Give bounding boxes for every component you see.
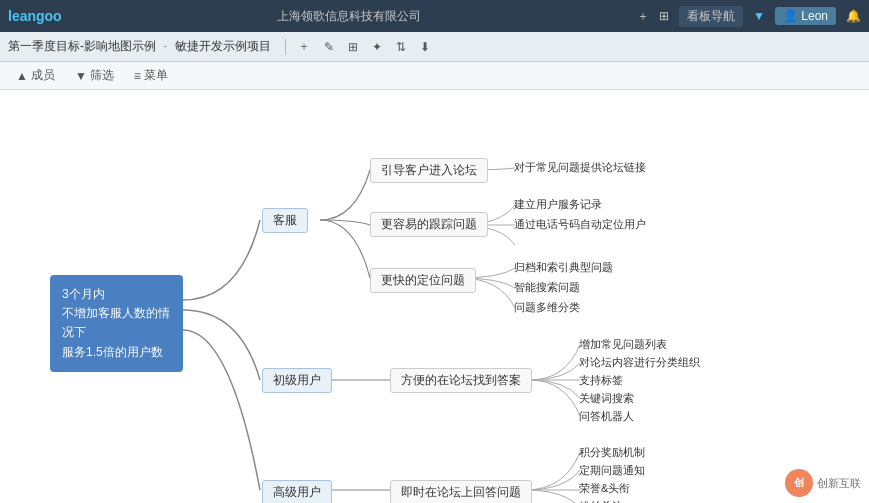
menu-label: 菜单 [144,67,168,84]
user-name: Leon [801,9,828,23]
filter-label: 筛选 [90,67,114,84]
leaf-8: 对论坛内容进行分类组织 [579,355,700,370]
toolbar-separator [285,39,286,55]
leaf-1: 对于常见问题提供论坛链接 [514,160,646,175]
top-bar: leangoo 上海领歌信息科技有限公司 ＋ ⊞ 看板导航 ▼ 👤 Leon 🔔 [0,0,869,32]
central-node[interactable]: 3个月内 不增加客服人数的情况下 服务1.5倍的用户数 [50,275,183,372]
watermark-logo: 创 [785,469,813,497]
top-bar-right: ＋ ⊞ 看板导航 ▼ 👤 Leon 🔔 [637,6,861,27]
filter-icon: ▼ [75,69,87,83]
central-line2: 不增加客服人数的情况下 [62,304,171,342]
top-bar-left: leangoo [8,8,62,24]
leaf-2: 建立用户服务记录 [514,197,602,212]
leaf-9: 支持标签 [579,373,623,388]
leaf-10: 关键词搜索 [579,391,634,406]
sub-fangbian-label: 方便的在论坛找到答案 [401,373,521,387]
sub-yindao-label: 引导客户进入论坛 [381,163,477,177]
members-icon: ▲ [16,69,28,83]
branch-chuji-label: 初级用户 [273,373,321,387]
leaf-7: 增加常见问题列表 [579,337,667,352]
sub-branch-jishi[interactable]: 即时在论坛上回答问题 [390,480,532,503]
sub-jishi-label: 即时在论坛上回答问题 [401,485,521,499]
members-label: 成员 [31,67,55,84]
leaf-15: 粉丝关注 [579,499,623,503]
toolbar2: ▲ 成员 ▼ 筛选 ≡ 菜单 [0,62,869,90]
project-subtitle: 敏捷开发示例项目 [175,39,271,53]
user-icon: 👤 [783,9,798,23]
branch-gaoji-label: 高级用户 [273,485,321,499]
project-title: 第一季度目标-影响地图示例 [8,39,156,53]
branch-kefu[interactable]: 客服 [262,208,308,233]
user-badge[interactable]: 👤 Leon [775,7,836,25]
members-button[interactable]: ▲ 成员 [8,65,63,86]
leaf-5: 智能搜索问题 [514,280,580,295]
bell-icon[interactable]: 🔔 [846,9,861,23]
leaf-13: 定期问题通知 [579,463,645,478]
main-canvas[interactable]: 3个月内 不增加客服人数的情况下 服务1.5倍的用户数 客服 引导客户进入论坛 … [0,90,869,503]
leaf-3: 通过电话号码自动定位用户 [514,217,646,232]
sub-branch-fangbian[interactable]: 方便的在论坛找到答案 [390,368,532,393]
sub-branch-dingwei[interactable]: 更快的定位问题 [370,268,476,293]
move-button[interactable]: ⇅ [390,38,412,56]
logo: leangoo [8,8,62,24]
menu-icon: ≡ [134,69,141,83]
delete-button[interactable]: ✦ [366,38,388,56]
menu-button[interactable]: ≡ 菜单 [126,65,176,86]
sub-branch-gengzong[interactable]: 更容易的跟踪问题 [370,212,488,237]
watermark-text: 创新互联 [817,476,861,491]
sub-dingwei-label: 更快的定位问题 [381,273,465,287]
watermark-logo-text: 创 [794,476,804,490]
export-button[interactable]: ⬇ [414,38,436,56]
top-center-text: 上海领歌信息科技有限公司 [277,8,421,25]
sub-branch-yindao[interactable]: 引导客户进入论坛 [370,158,488,183]
sub-gengzong-label: 更容易的跟踪问题 [381,217,477,231]
watermark: 创 创新互联 [785,469,861,497]
central-line3: 服务1.5倍的用户数 [62,343,171,362]
nav-label[interactable]: 看板导航 [679,6,743,27]
leaf-6: 问题多维分类 [514,300,580,315]
toolbar: 第一季度目标-影响地图示例 - 敏捷开发示例项目 ＋ ✎ ⊞ ✦ ⇅ ⬇ [0,32,869,62]
edit-button[interactable]: ✎ [318,38,340,56]
branch-kefu-label: 客服 [273,213,297,227]
leaf-12: 积分奖励机制 [579,445,645,460]
toolbar-title: 第一季度目标-影响地图示例 - 敏捷开发示例项目 [8,38,271,55]
branch-gaoji[interactable]: 高级用户 [262,480,332,503]
leaf-4: 归档和索引典型问题 [514,260,613,275]
branch-chuji[interactable]: 初级用户 [262,368,332,393]
central-line1: 3个月内 [62,285,171,304]
leaf-11: 问答机器人 [579,409,634,424]
copy-button[interactable]: ⊞ [342,38,364,56]
plus-button[interactable]: ＋ [637,8,649,25]
leaf-14: 荣誉&头衔 [579,481,630,496]
filter-button[interactable]: ▼ 筛选 [67,65,122,86]
grid-button[interactable]: ⊞ [659,9,669,23]
add-node-button[interactable]: ＋ [292,36,316,57]
